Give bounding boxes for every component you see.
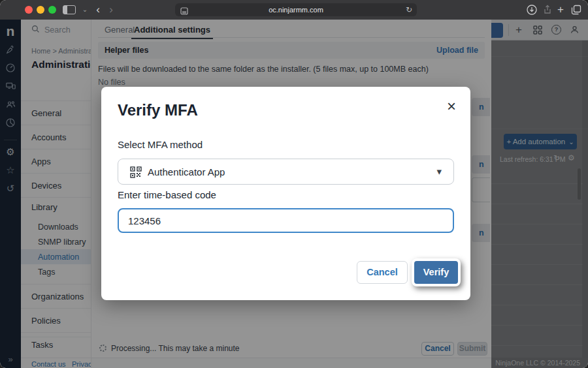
url-bar[interactable]: oc.ninjarmm.com ↻ <box>175 3 417 16</box>
share-icon <box>542 5 553 15</box>
reload-icon[interactable]: ↻ <box>406 3 412 16</box>
mfa-method-label: Select MFA method <box>118 139 203 150</box>
browser-window: ⌄ ‹ › oc.ninjarmm.com ↻ + <box>0 0 588 368</box>
cancel-button[interactable]: Cancel <box>357 261 408 284</box>
verify-button[interactable]: Verify <box>414 261 458 284</box>
close-icon[interactable]: × <box>447 99 456 114</box>
mfa-method-value: Authenticator App <box>148 159 225 185</box>
forward-icon: › <box>106 0 116 20</box>
new-tab-icon[interactable]: + <box>554 0 567 20</box>
back-icon[interactable]: ‹ <box>93 0 103 20</box>
url-text: oc.ninjarmm.com <box>175 3 417 16</box>
dialog-title: Verify MFA <box>118 101 198 119</box>
chevron-down-icon: ▾ <box>436 159 442 185</box>
browser-titlebar: ⌄ ‹ › oc.ninjarmm.com ↻ + <box>0 0 588 20</box>
code-label: Enter time-based code <box>118 189 216 200</box>
verify-mfa-dialog: Verify MFA × Select MFA method Authentic… <box>101 87 470 300</box>
code-input[interactable] <box>118 208 454 233</box>
window-zoom-button[interactable] <box>48 6 56 14</box>
authenticator-qr-icon <box>130 166 142 178</box>
tab-overview-icon[interactable] <box>571 5 581 15</box>
chevron-down-icon[interactable]: ⌄ <box>80 0 90 20</box>
window-minimize-button[interactable] <box>37 6 44 14</box>
window-close-button[interactable] <box>25 6 33 14</box>
downloads-icon[interactable] <box>527 5 537 15</box>
mfa-method-select[interactable]: Authenticator App ▾ <box>118 159 454 185</box>
sidebar-toggle-icon[interactable] <box>63 5 76 14</box>
